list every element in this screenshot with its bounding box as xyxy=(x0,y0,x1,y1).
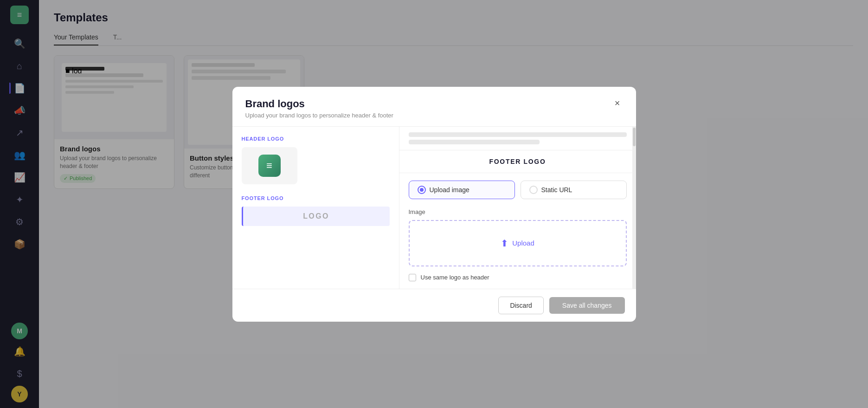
brand-logos-dialog: Brand logos Upload your brand logos to p… xyxy=(232,87,636,322)
dialog-left-panel: HEADER LOGO ≡ FOOTER LOGO LOGO xyxy=(232,127,399,289)
upload-zone[interactable]: ⬆ Upload xyxy=(409,220,627,266)
radio-dot-url xyxy=(529,186,538,194)
footer-logo-item[interactable]: LOGO xyxy=(242,207,390,226)
preview-strip-bar-1 xyxy=(409,132,627,137)
dialog-footer: Discard Save all changes xyxy=(232,289,636,322)
header-logo-box[interactable]: ≡ xyxy=(242,147,297,184)
right-options: Upload image Static URL Image ⬆ Upload U… xyxy=(399,173,636,289)
radio-upload-image[interactable]: Upload image xyxy=(409,181,515,199)
scrollbar-track xyxy=(632,127,636,289)
dialog-title: Brand logos xyxy=(245,98,623,110)
dialog-right-panel: FOOTER LOGO Upload image Static URL Imag… xyxy=(399,127,636,289)
preview-strip-bar-2 xyxy=(409,140,540,144)
footer-logo-placeholder: LOGO xyxy=(303,212,329,220)
checkbox-same-logo-row: Use same logo as header xyxy=(409,274,627,281)
upload-icon: ⬆ xyxy=(501,238,508,249)
radio-static-url[interactable]: Static URL xyxy=(521,181,627,199)
upload-label: Upload xyxy=(512,239,534,247)
save-all-changes-button[interactable]: Save all changes xyxy=(549,297,625,314)
footer-logo-label: FOOTER LOGO xyxy=(242,195,390,201)
checkbox-same-logo[interactable] xyxy=(409,274,416,281)
preview-strip xyxy=(399,127,636,150)
dialog-body: HEADER LOGO ≡ FOOTER LOGO LOGO FOOTER LO… xyxy=(232,126,636,289)
checkbox-same-logo-label: Use same logo as header xyxy=(421,274,489,281)
header-logo-image: ≡ xyxy=(258,155,281,177)
radio-url-label: Static URL xyxy=(541,186,572,194)
image-field-label: Image xyxy=(409,208,627,215)
scrollbar-thumb[interactable] xyxy=(633,128,636,146)
logo-bars-icon: ≡ xyxy=(266,160,272,172)
dialog-close-button[interactable]: × xyxy=(610,96,625,111)
radio-group: Upload image Static URL xyxy=(409,181,627,199)
radio-dot-upload xyxy=(418,186,426,194)
header-logo-label: HEADER LOGO xyxy=(242,136,390,142)
dialog-header: Brand logos Upload your brand logos to p… xyxy=(232,87,636,126)
dialog-subtitle: Upload your brand logos to personalize h… xyxy=(245,112,623,119)
discard-button[interactable]: Discard xyxy=(498,297,543,314)
radio-upload-label: Upload image xyxy=(430,186,469,194)
footer-logo-heading: FOOTER LOGO xyxy=(399,150,636,173)
